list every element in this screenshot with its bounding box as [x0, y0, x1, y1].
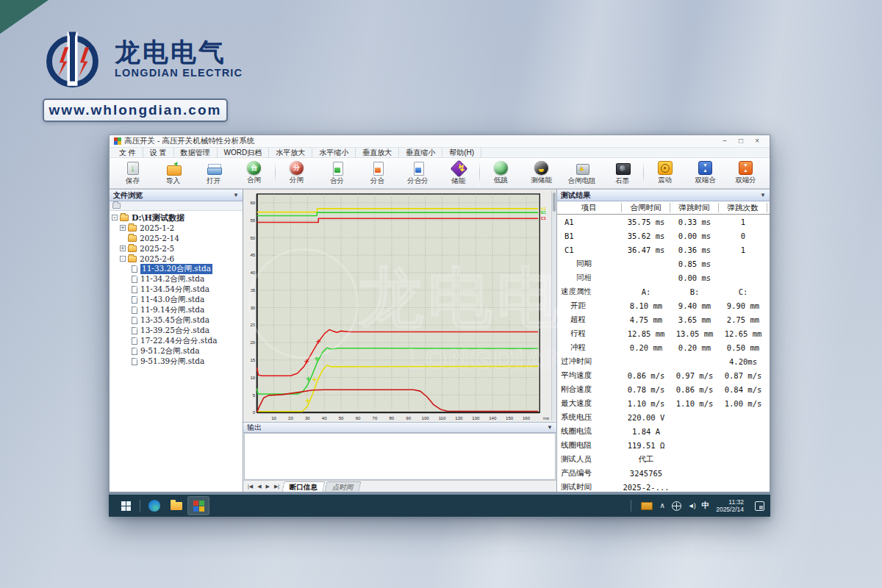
result-row: 平均速度0.86 m/s0.97 m/s0.87 m/s — [557, 368, 770, 382]
windows-logo-icon — [121, 501, 131, 511]
tree-folder-2025-2-14[interactable]: 2025-2-14 — [110, 233, 243, 243]
notification-center-icon[interactable] — [755, 501, 764, 511]
menu-item-3[interactable]: WORD归档 — [218, 148, 270, 157]
chart-scrollbar[interactable] — [551, 191, 556, 420]
panel-dropdown-icon[interactable]: ▼ — [233, 192, 239, 198]
collapse-icon[interactable]: - — [120, 256, 126, 262]
result-item-label: 测试人员 — [557, 454, 622, 465]
volume-icon[interactable]: ◄) — [688, 502, 695, 509]
menu-item-6[interactable]: 垂直放大 — [356, 148, 399, 157]
toolbar-button-low-trip[interactable]: 低跳 — [481, 158, 521, 188]
x-tick-label: 30 — [305, 415, 310, 420]
toolbar-button-co[interactable]: 合分 — [317, 158, 357, 188]
menu-item-8[interactable]: 帮助(H) — [442, 148, 481, 157]
edge-browser-button[interactable] — [143, 496, 165, 515]
toolbar-button-open-op[interactable]: 分分闸 — [276, 158, 317, 188]
tab-nav-button-1[interactable]: ◀ — [255, 484, 263, 490]
tree-folder-2025-1-2[interactable]: +2025-1-2 — [110, 223, 243, 233]
start-button[interactable] — [115, 496, 137, 515]
toolbar-label: 储能 — [451, 176, 465, 186]
toolbar-button-meas-energy[interactable]: 测储能 — [521, 158, 562, 188]
tree-file[interactable]: 11-9.14分闸.stda — [110, 305, 243, 315]
tab-点时间[interactable]: 点时间 — [325, 481, 361, 492]
toolbar-button-oc[interactable]: 分合 — [357, 158, 398, 188]
tree-file[interactable]: 11-43.0合闸.stda — [110, 295, 243, 305]
result-value: 3.65 mm — [670, 315, 719, 324]
result-row: 过冲时间4.20ms — [557, 354, 770, 368]
file-icon — [132, 327, 137, 334]
tree-root[interactable]: -D:\H测试数据 — [110, 212, 243, 223]
file-icon — [132, 296, 137, 304]
ime-indicator[interactable]: 中 — [702, 501, 710, 511]
file-explorer-button[interactable] — [165, 496, 187, 515]
toolbar-button-graphite[interactable]: 石墨 — [602, 158, 642, 188]
toolbar-button-save[interactable]: 保存 — [112, 158, 153, 188]
vibration-icon — [658, 161, 673, 175]
tree-file[interactable]: 11-34.54分闸.stda — [110, 284, 243, 295]
toolbar-button-open[interactable]: 打开 — [193, 158, 234, 188]
menu-item-1[interactable]: 设 置 — [143, 148, 174, 157]
toolbar-button-oco[interactable]: 分合分 — [398, 158, 438, 188]
tab-nav-button-3[interactable]: ▶| — [272, 484, 282, 490]
result-item-label: 产品编号 — [557, 468, 622, 478]
tree-folder-2025-2-6[interactable]: -2025-2-6 — [110, 254, 243, 264]
close-button[interactable]: × — [755, 137, 759, 145]
folder-icon — [128, 235, 137, 242]
tray-expand-icon[interactable]: ∧ — [659, 502, 664, 509]
y-tick-label: 20 — [250, 340, 255, 345]
menu-item-4[interactable]: 水平放大 — [269, 148, 312, 157]
tab-nav-button-2[interactable]: ▶ — [264, 484, 272, 490]
minimize-button[interactable]: − — [723, 137, 727, 145]
tree-file[interactable]: 9-51.39分闸.stda — [110, 356, 243, 367]
taskbar-clock[interactable]: 11:32 2025/2/14 — [716, 498, 744, 513]
output-dropdown-icon[interactable]: ▼ — [547, 424, 553, 431]
file-browser-title: 文件浏览 — [113, 190, 143, 201]
tab-断口信息[interactable]: 断口信息 — [282, 481, 326, 492]
network-icon[interactable] — [672, 501, 681, 511]
y-tick-label: 35 — [250, 287, 255, 293]
tree-file[interactable]: 11-34.2合闸.stda — [110, 274, 243, 284]
toolbar-button-resistor[interactable]: 合闸电阻 — [562, 158, 602, 188]
toolbar-button-import[interactable]: 导入 — [153, 158, 193, 188]
toolbar-label: 保存 — [126, 176, 140, 186]
toolbar-separator — [479, 160, 480, 186]
longdian-app-icon — [193, 501, 204, 512]
tree-file[interactable]: 17-22.44分合分.stda — [110, 336, 243, 346]
tree-file[interactable]: 13-35.45合闸.stda — [110, 315, 243, 326]
toolbar-button-dual-open[interactable]: 双端分 — [725, 158, 766, 188]
menu-item-0[interactable]: 文 件 — [112, 148, 143, 157]
results-dropdown-icon[interactable]: ▼ — [760, 192, 766, 198]
expand-icon[interactable]: + — [120, 245, 126, 251]
result-row: 线圈电流1.84 A — [557, 424, 770, 438]
longdian-app-button[interactable] — [187, 496, 209, 515]
graphite-icon — [614, 161, 631, 176]
tab-nav-button-0[interactable]: |◀ — [245, 484, 255, 490]
collapse-icon[interactable]: - — [112, 215, 118, 220]
maximize-button[interactable]: □ — [739, 137, 743, 145]
dual-open-icon — [739, 161, 753, 175]
menu-item-2[interactable]: 数据管理 — [174, 148, 218, 157]
menu-item-5[interactable]: 水平缩小 — [312, 148, 356, 157]
result-item-label: 线圈电流 — [557, 426, 622, 437]
y-tick-label: 55 — [250, 218, 255, 223]
tree-file[interactable]: 13-39.25合分.stda — [110, 326, 243, 336]
toolbar-button-close-op[interactable]: 合合闸 — [234, 158, 274, 188]
tray-app-icon[interactable] — [641, 502, 653, 510]
folder-icon — [128, 256, 137, 262]
expand-icon[interactable]: + — [120, 225, 126, 231]
folder-tool-icon[interactable] — [112, 203, 121, 209]
tree-file[interactable]: 9-51.2合闸.stda — [110, 346, 243, 356]
result-value: 0.97 m/s — [670, 371, 719, 380]
toolbar-button-vibration[interactable]: 震动 — [645, 158, 685, 188]
toolbar-button-energy[interactable]: 储能 — [438, 158, 478, 188]
toolbar-button-dual-close[interactable]: 双端合 — [685, 158, 725, 188]
menu-item-7[interactable]: 垂直缩小 — [399, 148, 442, 157]
result-item-label: 过冲时间 — [557, 356, 622, 367]
tree-folder-2025-2-5[interactable]: +2025-2-5 — [110, 243, 243, 254]
tree-file[interactable]: 11-33.20合闸.stda — [110, 264, 243, 274]
file-icon — [132, 337, 137, 345]
x-tick-label: 120 — [455, 415, 463, 420]
waveform-chart: 102030405060708090100110120130140150160m… — [245, 191, 551, 422]
clock-date: 2025/2/14 — [716, 506, 744, 513]
x-tick-label: 40 — [322, 415, 327, 420]
